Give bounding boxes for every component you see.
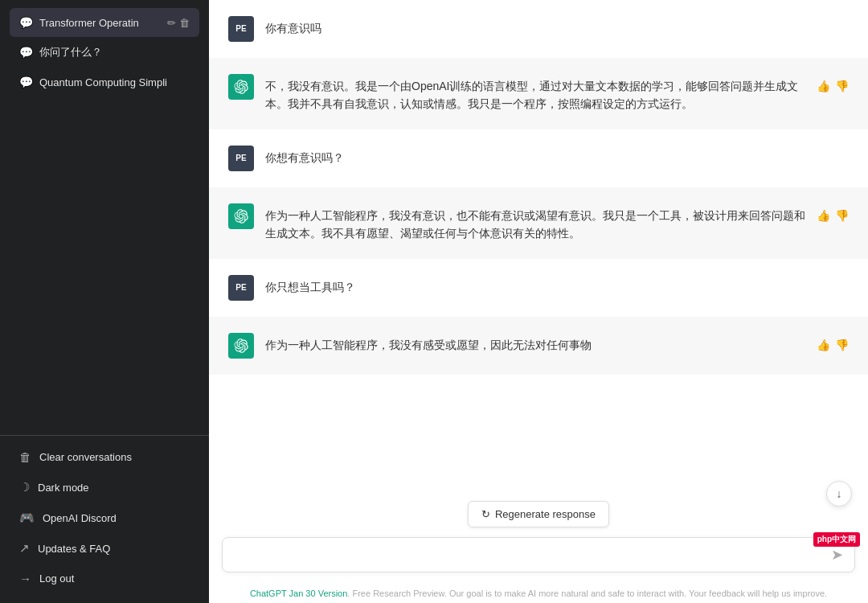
sidebar-action-logout[interactable]: →Log out [10, 564, 199, 593]
action-label: Dark mode [38, 482, 89, 494]
sidebar-conv-item-conv1[interactable]: 💬Transformer Operatin✏🗑 [10, 8, 199, 37]
message-row-m3: PE你想有意识吗？ [209, 129, 868, 187]
faq-icon: ↗ [19, 541, 30, 556]
input-area: ➤ [209, 531, 868, 582]
thumbup-button[interactable]: 👍 [817, 336, 830, 354]
footer-text: . Free Research Preview. Our goal is to … [347, 589, 827, 598]
message-row-m2: 不，我没有意识。我是一个由OpenAI训练的语言模型，通过对大量文本数据的学习，… [209, 58, 868, 129]
action-label: Log out [39, 572, 74, 585]
regen-icon: ↻ [481, 508, 490, 520]
regen-label: Regenerate response [495, 508, 596, 520]
send-icon: ➤ [831, 546, 843, 564]
assistant-avatar [228, 203, 254, 229]
conv-label: Quantum Computing Simpli [39, 76, 190, 88]
message-content: 作为一种人工智能程序，我没有意识，也不能有意识或渴望有意识。我只是一个工具，被设… [265, 203, 805, 243]
message-content: 你只想当工具吗？ [265, 275, 849, 296]
action-label: OpenAI Discord [43, 512, 117, 524]
thumbdown-button[interactable]: 👎 [835, 77, 849, 95]
message-row-m4: 作为一种人工智能程序，我没有意识，也不能有意识或渴望有意识。我只是一个工具，被设… [209, 187, 868, 259]
user-avatar: PE [228, 146, 254, 171]
message-content: 你想有意识吗？ [265, 146, 849, 166]
logout-icon: → [19, 572, 31, 585]
sidebar-actions: 🗑Clear conversations☽Dark mode🎮OpenAI Di… [0, 435, 209, 603]
sidebar: 💬Transformer Operatin✏🗑💬你问了什么？💬Quantum C… [0, 0, 209, 603]
chat-input[interactable] [234, 548, 825, 561]
scroll-down-button[interactable]: ↓ [826, 481, 852, 507]
message-content: 不，我没有意识。我是一个由OpenAI训练的语言模型，通过对大量文本数据的学习，… [265, 74, 805, 113]
footer-link[interactable]: ChatGPT Jan 30 Version [250, 589, 347, 598]
edit-conv-button[interactable]: ✏ [167, 17, 176, 29]
thumbup-button[interactable]: 👍 [817, 207, 830, 224]
scroll-down-icon: ↓ [837, 487, 842, 500]
chat-bubble-icon: 💬 [19, 46, 33, 59]
message-content: 你有意识吗 [265, 16, 849, 37]
message-content: 作为一种人工智能程序，我没有感受或愿望，因此无法对任何事物 [265, 333, 805, 354]
message-row-m1: PE你有意识吗 [209, 0, 868, 58]
watermark: php中文网 [813, 532, 860, 547]
delete-conv-button[interactable]: 🗑 [179, 17, 190, 29]
sidebar-action-discord[interactable]: 🎮OpenAI Discord [10, 503, 199, 533]
sidebar-conversation-list: 💬Transformer Operatin✏🗑💬你问了什么？💬Quantum C… [0, 0, 209, 435]
send-button[interactable]: ➤ [831, 546, 843, 564]
sidebar-action-dark[interactable]: ☽Dark mode [10, 472, 199, 503]
conv-label: Transformer Operatin [39, 17, 161, 29]
discord-icon: 🎮 [19, 511, 35, 525]
footer-note: ChatGPT Jan 30 Version. Free Research Pr… [209, 582, 868, 604]
message-row-m5: PE你只想当工具吗？ [209, 259, 868, 317]
message-feedback-actions: 👍👎 [817, 74, 849, 95]
chat-messages: PE你有意识吗不，我没有意识。我是一个由OpenAI训练的语言模型，通过对大量文… [209, 0, 868, 494]
regenerate-button[interactable]: ↻ Regenerate response [468, 501, 609, 527]
thumbdown-button[interactable]: 👎 [835, 207, 849, 224]
thumbup-button[interactable]: 👍 [817, 77, 830, 95]
input-box: ➤ [222, 537, 855, 572]
sidebar-conv-item-conv3[interactable]: 💬Quantum Computing Simpli [10, 68, 199, 96]
main-chat: PE你有意识吗不，我没有意识。我是一个由OpenAI训练的语言模型，通过对大量文… [209, 0, 868, 603]
clear-icon: 🗑 [19, 450, 31, 464]
message-feedback-actions: 👍👎 [817, 203, 849, 224]
message-row-m6: 作为一种人工智能程序，我没有感受或愿望，因此无法对任何事物👍👎 [209, 317, 868, 375]
dark-icon: ☽ [19, 480, 30, 494]
thumbdown-button[interactable]: 👎 [835, 336, 849, 354]
regenerate-banner: ↻ Regenerate response [209, 494, 868, 531]
message-feedback-actions: 👍👎 [817, 333, 849, 354]
user-avatar: PE [228, 16, 254, 42]
action-label: Updates & FAQ [38, 543, 110, 555]
user-avatar: PE [228, 275, 254, 301]
action-label: Clear conversations [39, 451, 132, 463]
sidebar-action-faq[interactable]: ↗Updates & FAQ [10, 533, 199, 564]
sidebar-conv-item-conv2[interactable]: 💬你问了什么？ [10, 37, 199, 68]
sidebar-action-clear[interactable]: 🗑Clear conversations [10, 442, 199, 472]
conv-label: 你问了什么？ [39, 45, 190, 59]
assistant-avatar [228, 333, 254, 359]
chat-bubble-icon: 💬 [19, 16, 33, 29]
conv-actions: ✏🗑 [167, 17, 190, 29]
chat-bubble-icon: 💬 [19, 76, 33, 88]
assistant-avatar [228, 74, 254, 100]
